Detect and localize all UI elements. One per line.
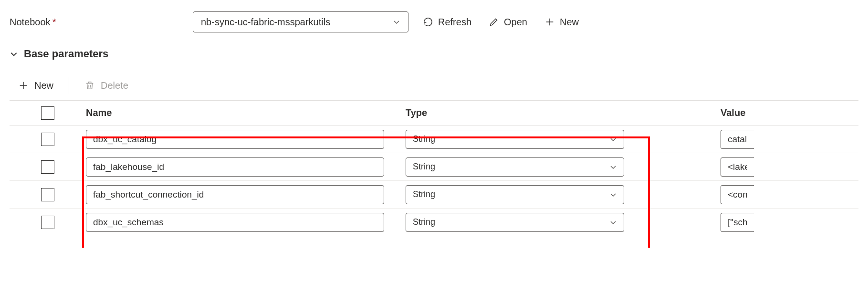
pencil-icon [489, 17, 499, 27]
select-all-checkbox[interactable] [41, 106, 54, 120]
chevron-down-icon [609, 163, 617, 171]
column-header-type[interactable]: Type [406, 107, 721, 118]
param-name-input[interactable] [86, 157, 384, 177]
param-value-input[interactable] [721, 213, 754, 232]
section-title: Base parameters [24, 48, 108, 60]
table-header-row: Name Type Value [10, 101, 858, 126]
param-type-select[interactable]: String [406, 157, 624, 177]
param-name-input[interactable] [86, 185, 384, 204]
table-row: String [10, 209, 858, 236]
refresh-button[interactable]: Refresh [420, 15, 474, 30]
param-type-select[interactable]: String [406, 130, 624, 149]
param-name-input[interactable] [86, 213, 384, 232]
column-header-value[interactable]: Value [721, 107, 858, 118]
required-indicator: * [52, 17, 56, 27]
plus-icon [544, 17, 555, 27]
plus-icon [18, 80, 29, 91]
param-type-select[interactable]: String [406, 213, 624, 232]
open-button[interactable]: Open [486, 15, 530, 30]
table-row: String [10, 181, 858, 209]
chevron-down-icon [393, 18, 400, 26]
row-checkbox[interactable] [41, 216, 54, 229]
new-notebook-button[interactable]: New [542, 15, 582, 30]
param-type-select[interactable]: String [406, 185, 624, 204]
parameters-table: Name Type Value String String [10, 100, 858, 236]
notebook-label: Notebook* [10, 17, 181, 28]
chevron-down-icon [609, 219, 617, 226]
param-value-input[interactable] [721, 130, 754, 149]
row-checkbox[interactable] [41, 133, 54, 146]
delete-parameter-button[interactable]: Delete [83, 78, 130, 93]
chevron-down-icon [609, 191, 617, 199]
notebook-dropdown[interactable]: nb-sync-uc-fabric-mssparkutils [193, 11, 408, 32]
chevron-down-icon [609, 136, 617, 143]
refresh-icon [423, 17, 433, 27]
new-parameter-button[interactable]: New [16, 78, 55, 93]
param-value-input[interactable] [721, 185, 754, 204]
param-name-input[interactable] [86, 130, 384, 149]
toolbar-divider [69, 77, 69, 94]
table-row: String [10, 126, 858, 153]
row-checkbox[interactable] [41, 188, 54, 201]
notebook-dropdown-value: nb-sync-uc-fabric-mssparkutils [201, 17, 330, 28]
row-checkbox[interactable] [41, 160, 54, 174]
chevron-down-icon [10, 50, 18, 58]
table-row: String [10, 153, 858, 181]
trash-icon [84, 80, 95, 91]
base-parameters-section-toggle[interactable]: Base parameters [10, 48, 858, 60]
param-value-input[interactable] [721, 157, 754, 177]
column-header-name[interactable]: Name [86, 107, 406, 118]
